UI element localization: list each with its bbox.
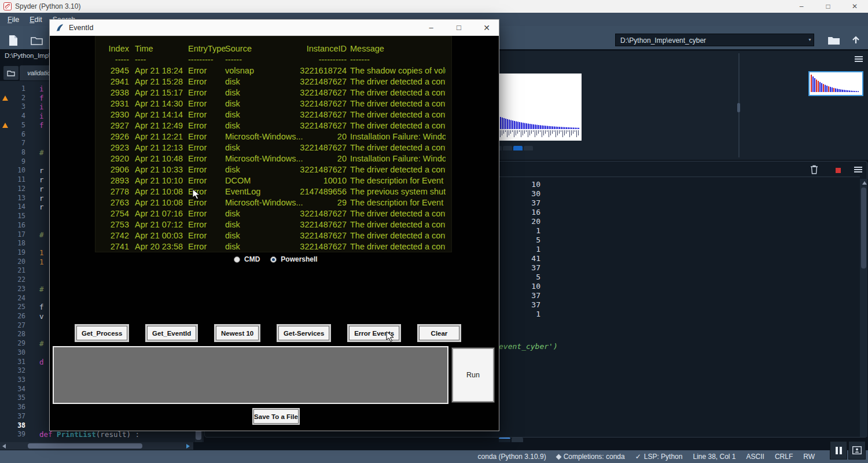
event-instanceid: 3221487627 [286,120,347,131]
event-message: The driver detected a controller [347,164,446,175]
code-fragment: # [39,285,44,294]
command-button[interactable]: Get_EventId [147,326,196,340]
window-controls: – □ ✕ [788,0,868,13]
terminal-header-row: Index Time EntryType Source InstanceID M… [101,43,446,54]
event-time: Apr 21 12:49 [130,120,188,131]
close-button[interactable]: ✕ [841,0,868,13]
new-file-icon[interactable] [7,34,20,47]
event-instanceid: 3221487627 [286,208,347,219]
dialog-maximize-button[interactable]: □ [453,20,465,36]
event-time: Apr 21 12:21 [130,131,188,142]
eventid-dialog: EventId – □ ✕ Index Time EntryType Sourc… [49,19,499,431]
console-output-number: 1 [502,310,540,319]
event-entrytype: Error [188,175,225,186]
event-log-output[interactable]: Index Time EntryType Source InstanceID M… [95,36,452,252]
up-directory-icon[interactable] [848,34,863,46]
line-number: 14 [10,203,25,212]
dialog-close-button[interactable]: ✕ [480,20,493,36]
event-instanceid: 10010 [286,175,347,186]
file-switcher-icon[interactable] [3,66,19,80]
terminal-row: 2778 Apr 21 10:08 Error EventLog 2147489… [101,186,446,197]
col-source: Source [225,43,286,54]
console-tabs [499,438,523,442]
event-index: 2741 [101,241,130,252]
event-time: Apr 21 10:33 [130,164,188,175]
command-textarea[interactable] [53,346,448,404]
command-button[interactable]: Newest 10 [216,326,259,340]
code-fragment: 1 [39,248,44,258]
pause-reporting-button[interactable] [830,441,847,460]
line-number: 39 [10,430,25,439]
shell-radio-group: CMD Powershell [234,255,318,263]
event-instanceid: 3221487627 [286,142,347,153]
console-scrollbar-thumb[interactable] [861,188,866,269]
window-title: Spyder (Python 3.10) [15,2,80,10]
dialog-minimize-button[interactable]: – [425,20,437,36]
line-number: 33 [10,376,25,385]
command-button[interactable]: Clear [419,326,459,340]
event-time: Apr 21 18:24 [130,65,188,76]
menu-edit[interactable]: Edit [24,14,47,25]
col-message: Message [347,43,446,54]
run-button[interactable]: Run [452,348,494,402]
preview-pane-button[interactable] [848,441,866,460]
cursor-position-status: Line 38, Col 1 [693,453,735,461]
eol-status: CRLF [775,453,793,461]
event-message: The driver detected a controller [347,241,446,252]
radio-option[interactable]: Powershell [270,255,317,263]
menu-file[interactable]: File [2,14,24,25]
restore-button[interactable]: □ [815,0,841,13]
scroll-right-icon[interactable] [186,444,190,449]
code-fragment: i [39,102,44,112]
save-to-file-button[interactable]: Save To a File [253,409,299,424]
editor-hscrollbar-thumb[interactable] [28,443,142,449]
event-entrytype: Error [188,208,225,219]
console-tab[interactable] [499,438,510,442]
code-fragment: r [39,194,44,203]
event-instanceid: 20 [286,131,347,142]
line-number: 3 [10,102,25,112]
open-folder-icon[interactable] [30,35,44,46]
line-number: 11 [10,175,25,185]
console-options-menu-icon[interactable] [854,167,862,172]
command-button[interactable]: Get-Services [278,326,329,340]
event-entrytype: Error [188,87,225,98]
code-fragment: i [39,84,44,94]
line-number: 12 [10,185,25,194]
python-feather-icon [56,23,64,32]
console-output-number: 20 [502,217,540,226]
event-message: The shadow copies of volume [347,65,446,76]
event-entrytype: Error [188,219,225,230]
dialog-titlebar[interactable]: EventId – □ ✕ [50,20,499,36]
console-output-number: 5 [502,236,540,245]
terminal-row: 2930 Apr 21 14:14 Error disk 3221487627 … [101,109,446,120]
pane-tab[interactable] [503,146,512,150]
code-fragment: v [39,312,44,321]
pane-tab[interactable] [513,146,523,150]
console-tab[interactable] [512,438,523,442]
event-entrytype: Error [188,109,225,120]
command-button[interactable]: Get_Process [76,326,127,340]
chevron-down-icon[interactable]: ▼ [808,38,812,42]
scroll-up-icon[interactable] [862,181,867,185]
radio-option[interactable]: CMD [234,255,260,263]
pane-tab[interactable] [524,146,533,150]
plot-thumbnail-selected[interactable] [808,71,863,96]
minimize-button[interactable]: – [788,0,815,13]
terminal-row: 2753 Apr 21 07:12 Error disk 3221487627 … [101,219,446,230]
event-time: Apr 21 12:13 [130,142,188,153]
line-number: 21 [10,266,25,275]
event-message: The driver detected a controller [347,76,446,87]
browse-folder-icon[interactable] [826,34,841,46]
scroll-left-icon[interactable] [2,444,6,449]
event-time: Apr 21 10:08 [130,197,188,208]
working-directory-input[interactable]: D:\Python_Imp\event_cyber [615,34,814,46]
pane-divider-handle[interactable] [737,103,740,112]
line-number: 6 [10,130,25,139]
code-fragment: r [39,175,44,185]
plots-options-menu-icon[interactable] [855,56,863,62]
line-number: 15 [10,212,25,221]
line-number: 19 [10,248,25,258]
trash-icon[interactable] [810,165,818,174]
interrupt-kernel-icon[interactable] [836,168,841,173]
